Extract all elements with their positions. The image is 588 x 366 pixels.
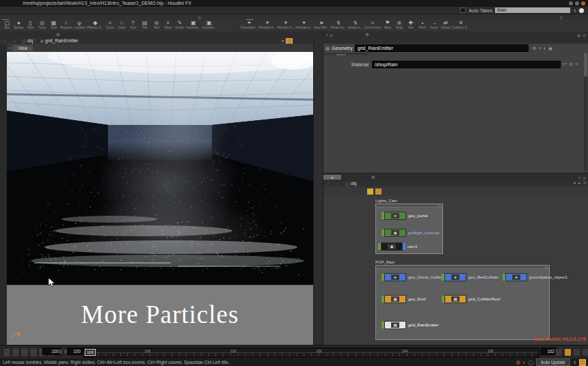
take-stepper-icon[interactable]: ⇕ xyxy=(573,8,576,13)
shelf-tool[interactable]: ✕ Collision D... xyxy=(452,20,469,29)
timeline-ruler[interactable]: 100 108120132144156 xyxy=(83,348,539,358)
network-box-lights-cam[interactable]: ▪ ▪ ● geo_portal ◉ gridlight_forsnow ◆ c… xyxy=(375,203,443,254)
shelf-tool[interactable]: ✶ Particles fr... xyxy=(295,20,312,29)
folder-tab[interactable] xyxy=(336,53,347,55)
shelf-tool[interactable]: ▣ Geometr... xyxy=(202,20,216,29)
clear-icon[interactable]: × xyxy=(575,61,578,67)
material-path-field[interactable]: /shop/Rain xyxy=(372,61,561,68)
gear-icon[interactable]: ◐ xyxy=(544,46,546,51)
network-tool-icon[interactable] xyxy=(571,188,577,195)
network-tool-icon[interactable] xyxy=(367,188,373,195)
network-tool-icon[interactable] xyxy=(343,188,349,195)
node-body[interactable]: ▦ xyxy=(444,295,466,303)
node-body[interactable]: ● xyxy=(384,212,406,220)
playbar-option-icon[interactable] xyxy=(582,348,588,356)
network-tool-icon[interactable] xyxy=(554,188,561,195)
node-body[interactable]: ● xyxy=(505,273,527,281)
network-tool-icon[interactable] xyxy=(351,188,357,195)
nav-forward-icon[interactable]: → xyxy=(332,181,341,186)
memory-icon[interactable] xyxy=(579,359,586,366)
param-scrollbar[interactable] xyxy=(584,53,587,171)
transport-button[interactable] xyxy=(3,348,11,357)
network-tool-icon[interactable] xyxy=(334,188,340,195)
shelf-tool[interactable]: ▣ Geometr... xyxy=(186,20,200,29)
minimize-button[interactable] xyxy=(569,1,573,5)
shelf-tool[interactable]: ▦ Grid xyxy=(49,20,59,29)
network-tool-icon[interactable] xyxy=(546,188,552,195)
shelf-tool[interactable]: ○ Circle xyxy=(116,20,126,29)
play-flag-icon[interactable]: ▸ xyxy=(578,180,580,185)
breadcrumb-node[interactable]: ◍ grid_RainEmitter xyxy=(40,38,79,43)
collapse-icon[interactable]: ‹ xyxy=(7,46,12,51)
stepper-icon[interactable]: ⇕ xyxy=(573,360,576,365)
breadcrumb-context[interactable]: ▢ obj xyxy=(345,181,356,186)
menu-icon[interactable]: ≡ xyxy=(539,46,542,51)
shelf-tool[interactable]: ✚ Fan xyxy=(405,20,416,29)
network-node[interactable]: ● geo_Ghost_Collision xyxy=(382,274,446,281)
auto-takes-checkbox[interactable] xyxy=(460,8,466,13)
network-node[interactable]: ▦ grid_ColliderRoof xyxy=(442,296,500,302)
network-node[interactable]: ● geo_portal xyxy=(382,212,427,219)
shelf-tool[interactable]: ◆ Platonic S... xyxy=(87,20,103,29)
network-node[interactable]: ▦ geo_Roof xyxy=(382,296,426,302)
shelf-tool[interactable]: ✶ Particles fr... xyxy=(259,20,276,29)
network-tool-icon[interactable] xyxy=(563,188,569,195)
shelf-tool[interactable]: ➤ Auto Part... xyxy=(314,20,330,29)
shelf-tool[interactable]: ⊘ Null xyxy=(151,20,161,29)
shelf-tool[interactable]: ≈ Curve Force xyxy=(364,20,382,29)
network-tool-icon[interactable] xyxy=(359,188,365,195)
node-body[interactable]: ◉ xyxy=(384,229,406,237)
network-tool-icon[interactable] xyxy=(538,188,544,195)
shelf-tool[interactable]: ⇄ Interact xyxy=(440,20,451,29)
network-node[interactable]: ● groundplane_object1 xyxy=(503,274,567,281)
new-tab-icon[interactable]: ⊕ xyxy=(53,32,63,38)
network-tool-icon[interactable] xyxy=(326,188,332,195)
shelf-tool[interactable]: ψ L-system xyxy=(73,20,85,29)
network-node[interactable]: ● geo_BedCollider xyxy=(442,274,498,281)
op-chooser-icon[interactable]: ◍ xyxy=(569,61,573,67)
playbar-option-icon[interactable] xyxy=(555,348,563,356)
network-node[interactable]: ◉ gridlight_forsnow xyxy=(382,229,439,236)
range-start-field[interactable]: 100 xyxy=(67,348,83,355)
record-icon[interactable] xyxy=(516,361,520,365)
scene-viewport[interactable] xyxy=(7,52,313,285)
shelf-tool[interactable]: ✶ Firecracke... xyxy=(241,20,258,29)
network-editor[interactable]: Lights_Cam ▪ ▪ ● geo_portal ◉ gridlight_… xyxy=(323,196,588,345)
shelf-tool[interactable]: → Force xyxy=(429,20,439,29)
network-tool-icon[interactable] xyxy=(375,188,382,195)
shelf-tool[interactable]: ▤ File xyxy=(139,20,150,29)
folder-tab[interactable] xyxy=(325,53,336,55)
nav-forward-icon[interactable]: → xyxy=(9,38,18,43)
nav-back-icon[interactable]: ← xyxy=(0,38,9,43)
path-dropdown-icon[interactable]: ▾ xyxy=(574,180,576,185)
new-tab-icon[interactable]: ⊕ xyxy=(362,32,372,38)
revert-icon[interactable]: ↩ xyxy=(563,61,567,67)
shelf-gear-icon[interactable]: ⊙ xyxy=(559,15,563,20)
gear-icon[interactable]: ⊙ xyxy=(583,180,587,185)
transport-button[interactable] xyxy=(21,348,29,357)
shelf-tool[interactable]: ≈ Curve xyxy=(105,20,115,29)
shelf-tool[interactable]: ⚑ Wind xyxy=(382,20,392,29)
shelf-tool[interactable]: ▯ Tube xyxy=(25,20,36,29)
pane-menu-icons[interactable]: ▪⊙ xyxy=(323,33,336,38)
view-tab[interactable]: View xyxy=(12,45,33,51)
take-selector[interactable]: Main xyxy=(495,8,570,13)
auto-update-selector[interactable]: Auto Update xyxy=(536,358,570,366)
breadcrumb-context[interactable]: ▢ obj xyxy=(22,38,33,43)
shelf-tool[interactable]: ≋ Drag xyxy=(394,20,404,29)
node-body[interactable]: ◆ xyxy=(381,242,403,251)
network-tool-icon[interactable] xyxy=(579,188,585,195)
shelf-tool[interactable]: ↯ Attract to... xyxy=(348,20,363,29)
node-name-field[interactable]: grid_RainEmitter xyxy=(355,44,529,52)
shelf-tool[interactable]: ≀ Polywire xyxy=(60,20,72,29)
notification-icon[interactable] xyxy=(579,8,584,13)
transport-button[interactable] xyxy=(29,348,38,357)
node-body[interactable]: ▦ xyxy=(384,321,406,329)
node-body[interactable]: ▦ xyxy=(384,295,406,303)
playhead-marker[interactable]: 100 xyxy=(85,349,96,356)
network-node[interactable]: ◆ cam1 xyxy=(378,243,418,250)
search-icon[interactable]: ⊕ xyxy=(533,46,537,51)
cook-mode-icon[interactable]: ◯ xyxy=(529,360,533,365)
shelf-tool[interactable]: ◎ Torus xyxy=(37,20,47,29)
shelf-tool[interactable]: ✎ Stroke xyxy=(174,20,185,29)
